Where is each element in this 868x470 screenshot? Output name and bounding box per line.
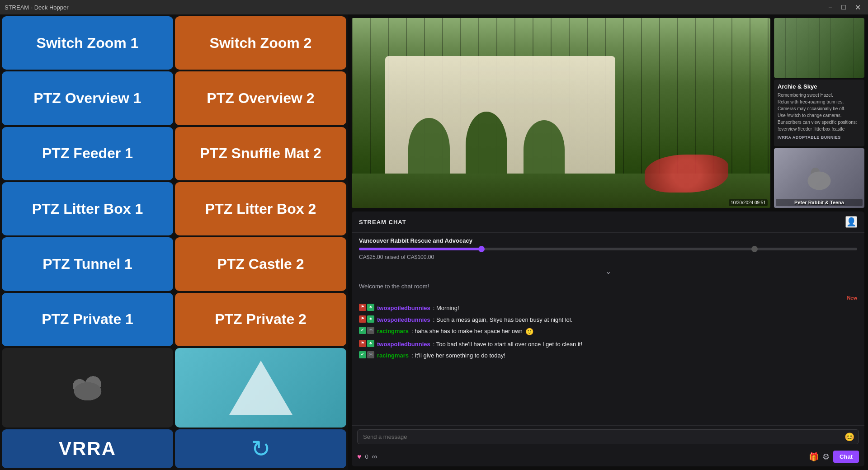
message-text: : Too bad she'll have to start all over …: [433, 340, 582, 349]
side-feed-desc: Remembering sweet Hazel. Relax with free…: [778, 92, 861, 132]
app-title: STREAM - Deck Hopper: [5, 4, 69, 11]
username[interactable]: twospoiledbunnies: [377, 315, 430, 324]
username[interactable]: racingmars: [377, 351, 409, 360]
switch-zoom-1-button[interactable]: Switch Zoom 1: [2, 16, 173, 70]
badge-green: ♣: [367, 340, 374, 347]
vrra-button[interactable]: VRRA: [2, 429, 173, 468]
chat-footer: ♥ 0 ∞ 🎁 ⚙ Chat: [352, 448, 864, 466]
new-messages-divider: New: [359, 295, 857, 301]
main-video: 10/30/2024 09:51: [352, 18, 770, 208]
infinity-icon: ∞: [372, 453, 377, 461]
message-badges: ✔ 🎮: [359, 327, 374, 334]
side-feed-title: Archie & Skye: [778, 83, 861, 90]
new-label: New: [847, 295, 857, 301]
username[interactable]: racingmars: [377, 327, 409, 336]
video-timestamp: 10/30/2024 09:51: [729, 199, 768, 206]
charity-expand-button[interactable]: ⌄: [352, 265, 864, 277]
progress-bar: [359, 248, 857, 250]
message-badges: ⚑ ♣: [359, 304, 374, 311]
minimize-button[interactable]: −: [826, 2, 835, 13]
title-bar: STREAM - Deck Hopper − □ ✕: [0, 0, 868, 14]
message-text: : Such a mess again, Skye has been busy …: [433, 315, 573, 324]
heart-icon: ♥: [357, 453, 362, 461]
side-feed-info: Archie & Skye Remembering sweet Hazel. R…: [774, 80, 864, 146]
footer-left: ♥ 0 ∞: [357, 453, 377, 461]
deck-bottom-dock: VRRA ↻: [0, 429, 348, 470]
title-bar-controls: − □ ✕: [826, 2, 863, 13]
username[interactable]: twospoiledbunnies: [377, 340, 430, 349]
side-feeds: Archie & Skye Remembering sweet Hazel. R…: [774, 18, 864, 208]
badge-green: ♣: [367, 315, 374, 323]
message-text: : Morning!: [433, 304, 459, 313]
message-badges: ✔ 🎮: [359, 351, 374, 358]
maximize-button[interactable]: □: [839, 2, 849, 13]
switch-zoom-2-button[interactable]: Switch Zoom 2: [175, 16, 346, 70]
badge-green: ♣: [367, 304, 374, 311]
chat-input[interactable]: [357, 429, 859, 444]
chat-input-area: 😊: [352, 425, 864, 448]
progress-bar-fill: [359, 248, 484, 250]
badge-gray: 🎮: [367, 327, 374, 334]
refresh-icon: ↻: [251, 437, 271, 461]
deck-panel: Switch Zoom 1 Switch Zoom 2 PTZ Overview…: [0, 14, 348, 470]
stream-area: 10/30/2024 09:51 Archie & Skye Rememberi…: [352, 18, 864, 208]
chat-header: STREAM CHAT 👤: [352, 212, 864, 233]
ptz-private-2-button[interactable]: PTZ Private 2: [175, 293, 346, 346]
close-button[interactable]: ✕: [852, 2, 863, 13]
cloud-button[interactable]: [2, 348, 173, 428]
message-badges: ⚑ ♣: [359, 340, 374, 347]
main-content: Switch Zoom 1 Switch Zoom 2 PTZ Overview…: [0, 14, 868, 470]
message-text: : haha she has to make her space her own: [411, 327, 523, 336]
ptz-private-1-button[interactable]: PTZ Private 1: [2, 293, 173, 346]
bits-count: 0: [365, 453, 368, 460]
badge-green: ✔: [359, 327, 366, 334]
settings-button[interactable]: ⚙: [822, 452, 830, 462]
chat-settings-button[interactable]: 👤: [845, 216, 857, 228]
input-wrapper: 😊: [357, 429, 859, 444]
chat-message: ⚑ ♣ twospoiledbunnies : Such a mess agai…: [359, 314, 857, 326]
footer-right: 🎁 ⚙ Chat: [809, 451, 859, 463]
message-text: : It'll give her something to do today!: [411, 351, 505, 360]
badge-red: ⚑: [359, 340, 366, 347]
badge-red: ⚑: [359, 315, 366, 323]
ptz-castle-2-button[interactable]: PTZ Castle 2: [175, 237, 346, 291]
ptz-litter-box-2-button[interactable]: PTZ Litter Box 2: [175, 182, 346, 235]
triangle-button[interactable]: [175, 348, 346, 428]
refresh-button[interactable]: ↻: [175, 429, 346, 468]
ptz-snuffle-mat-2-button[interactable]: PTZ Snuffle Mat 2: [175, 127, 346, 180]
main-feed: 10/30/2024 09:51: [352, 18, 770, 208]
side-feed-2-label: Peter Rabbit & Teena: [776, 199, 863, 206]
badge-red: ⚑: [359, 304, 366, 311]
chat-area: STREAM CHAT 👤 Vancouver Rabbit Rescue an…: [352, 212, 864, 466]
chat-messages: Welcome to the chat room! New ⚑ ♣ twospo…: [352, 277, 864, 425]
chat-message: ✔ 🎮 racingmars : It'll give her somethin…: [359, 350, 857, 362]
chat-message: ✔ 🎮 racingmars : haha she has to make he…: [359, 325, 857, 338]
emoji-picker-button[interactable]: 😊: [844, 432, 854, 442]
chat-button[interactable]: Chat: [833, 451, 859, 463]
divider-line: [359, 298, 843, 298]
ptz-feeder-1-button[interactable]: PTZ Feeder 1: [2, 127, 173, 180]
charity-name: Vancouver Rabbit Rescue and Advocacy: [359, 237, 857, 244]
gift-button[interactable]: 🎁: [809, 452, 819, 462]
badge-green: ✔: [359, 351, 366, 358]
charity-amount: CA$25.00 raised of CA$100.00: [359, 254, 857, 260]
ptz-litter-box-1-button[interactable]: PTZ Litter Box 1: [2, 182, 173, 235]
username[interactable]: twospoiledbunnies: [377, 304, 430, 313]
ptz-overview-1-button[interactable]: PTZ Overview 1: [2, 71, 173, 125]
chat-title: STREAM CHAT: [359, 219, 406, 226]
chat-message: ⚑ ♣ twospoiledbunnies : Morning!: [359, 302, 857, 314]
cloud-icon: [61, 370, 115, 406]
stream-panel: 10/30/2024 09:51 Archie & Skye Rememberi…: [348, 14, 868, 470]
adoptable-label: IVRRA ADOPTABLE BUNNIES: [778, 135, 861, 140]
message-emoji: 🙂: [525, 327, 534, 337]
welcome-message: Welcome to the chat room!: [359, 281, 857, 293]
title-bar-left: STREAM - Deck Hopper: [5, 4, 69, 11]
triangle-icon: [229, 361, 292, 415]
side-feed-1: [774, 18, 864, 78]
bottom-row: [0, 348, 348, 429]
ptz-tunnel-1-button[interactable]: PTZ Tunnel 1: [2, 237, 173, 291]
button-grid: Switch Zoom 1 Switch Zoom 2 PTZ Overview…: [0, 14, 348, 348]
ptz-overview-2-button[interactable]: PTZ Overview 2: [175, 71, 346, 125]
progress-dot-start: [478, 246, 485, 252]
badge-gray: 🎮: [367, 351, 374, 358]
